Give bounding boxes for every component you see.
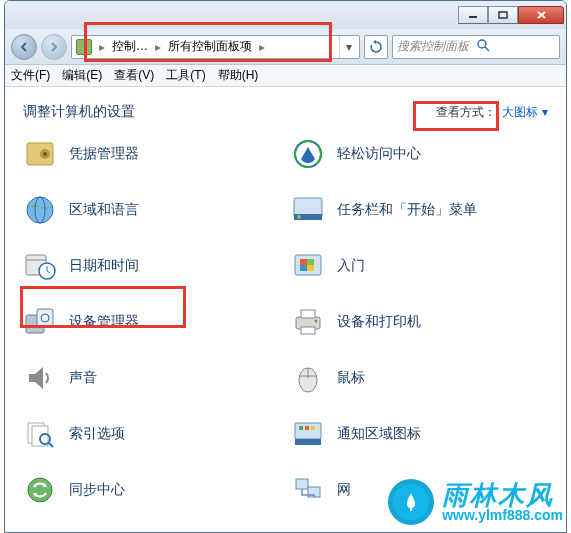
search-input[interactable]: 搜索控制面板 bbox=[392, 35, 560, 59]
accessibility-icon bbox=[291, 137, 325, 171]
item-indexing[interactable]: 索引选项 bbox=[23, 415, 281, 453]
breadcrumb-current[interactable]: 所有控制面板项 bbox=[166, 38, 254, 55]
menu-help[interactable]: 帮助(H) bbox=[218, 67, 259, 84]
view-by: 查看方式： 大图标 ▾ bbox=[436, 104, 548, 121]
svg-line-35 bbox=[49, 443, 53, 447]
svg-rect-38 bbox=[299, 426, 303, 430]
network-icon bbox=[291, 473, 325, 507]
view-by-value: 大图标 bbox=[502, 104, 538, 121]
item-devices-printers[interactable]: 设备和打印机 bbox=[291, 303, 549, 341]
item-notification-icons[interactable]: 通知区域图标 bbox=[291, 415, 549, 453]
menu-tools[interactable]: 工具(T) bbox=[166, 67, 205, 84]
svg-rect-1 bbox=[499, 12, 507, 18]
svg-rect-40 bbox=[311, 426, 315, 430]
item-ease-of-access[interactable]: 轻松访问中心 bbox=[291, 135, 549, 173]
svg-rect-0 bbox=[469, 16, 477, 18]
menu-view[interactable]: 查看(V) bbox=[114, 67, 154, 84]
item-label: 声音 bbox=[69, 369, 97, 387]
item-label: 设备和打印机 bbox=[337, 313, 421, 331]
svg-rect-26 bbox=[301, 310, 315, 318]
page-title: 调整计算机的设置 bbox=[23, 103, 135, 121]
menubar: 文件(F) 编辑(E) 查看(V) 工具(T) 帮助(H) bbox=[5, 65, 566, 87]
svg-rect-39 bbox=[305, 426, 309, 430]
chevron-right-icon: ▸ bbox=[152, 40, 164, 54]
item-label: 入门 bbox=[337, 257, 365, 275]
item-device-manager[interactable]: 设备管理器 bbox=[23, 303, 281, 341]
svg-point-13 bbox=[297, 215, 301, 219]
printer-icon bbox=[291, 305, 325, 339]
item-label: 任务栏和「开始」菜单 bbox=[337, 201, 477, 219]
content-header: 调整计算机的设置 查看方式： 大图标 ▾ bbox=[23, 103, 548, 121]
chevron-right-icon: ▸ bbox=[96, 40, 108, 54]
search-icon bbox=[476, 38, 555, 55]
svg-line-3 bbox=[485, 47, 489, 51]
breadcrumb-dropdown[interactable]: ▾ bbox=[339, 36, 357, 58]
svg-rect-19 bbox=[307, 259, 314, 265]
svg-rect-18 bbox=[300, 259, 307, 265]
svg-rect-23 bbox=[37, 309, 53, 327]
back-button[interactable] bbox=[11, 34, 37, 60]
refresh-icon bbox=[369, 40, 383, 54]
arrow-left-icon bbox=[18, 41, 30, 53]
device-manager-icon bbox=[23, 305, 57, 339]
svg-point-9 bbox=[27, 197, 53, 223]
titlebar bbox=[5, 1, 566, 29]
svg-rect-42 bbox=[296, 479, 308, 489]
close-button[interactable] bbox=[518, 6, 564, 24]
item-region-language[interactable]: 区域和语言 bbox=[23, 191, 281, 229]
minimize-button[interactable] bbox=[458, 6, 488, 24]
item-label: 轻松访问中心 bbox=[337, 145, 421, 163]
item-label: 鼠标 bbox=[337, 369, 365, 387]
globe-icon bbox=[23, 193, 57, 227]
chevron-right-icon: ▸ bbox=[256, 40, 268, 54]
item-label: 索引选项 bbox=[69, 425, 125, 443]
folder-icon bbox=[291, 529, 325, 532]
refresh-button[interactable] bbox=[364, 35, 388, 59]
safe-icon bbox=[23, 137, 57, 171]
svg-rect-21 bbox=[307, 265, 314, 271]
svg-point-6 bbox=[43, 152, 47, 156]
forward-button[interactable] bbox=[41, 34, 67, 60]
item-taskbar-start[interactable]: 任务栏和「开始」菜单 bbox=[291, 191, 549, 229]
item-network-sharing[interactable]: 网 bbox=[291, 471, 549, 509]
item-sync-center[interactable]: 同步中心 bbox=[23, 471, 281, 509]
arrow-right-icon bbox=[48, 41, 60, 53]
menu-edit[interactable]: 编辑(E) bbox=[62, 67, 102, 84]
search-docs-icon bbox=[23, 417, 57, 451]
item-folder-options[interactable]: 文 bbox=[291, 527, 549, 532]
item-label: 设备管理器 bbox=[69, 313, 139, 331]
svg-rect-37 bbox=[295, 439, 321, 445]
clock-icon bbox=[23, 249, 57, 283]
tray-icon bbox=[291, 417, 325, 451]
control-panel-window: ▸ 控制… ▸ 所有控制面板项 ▸ ▾ 搜索控制面板 文件(F) 编辑(E) 查… bbox=[4, 0, 567, 533]
svg-rect-36 bbox=[295, 423, 321, 439]
item-sound[interactable]: 声音 bbox=[23, 359, 281, 397]
control-panel-icon bbox=[76, 39, 92, 55]
item-location-sensors[interactable]: 位置和其他传感器 bbox=[23, 527, 281, 532]
breadcrumb-root[interactable]: 控制… bbox=[110, 38, 150, 55]
svg-rect-20 bbox=[300, 265, 307, 271]
chevron-down-icon: ▾ bbox=[542, 105, 548, 119]
item-mouse[interactable]: 鼠标 bbox=[291, 359, 549, 397]
item-credential-manager[interactable]: 凭据管理器 bbox=[23, 135, 281, 173]
flag-icon bbox=[291, 249, 325, 283]
sync-icon bbox=[23, 473, 57, 507]
nav-row: ▸ 控制… ▸ 所有控制面板项 ▸ ▾ 搜索控制面板 bbox=[5, 29, 566, 65]
svg-point-28 bbox=[314, 320, 317, 323]
item-label: 网 bbox=[337, 481, 351, 499]
svg-point-41 bbox=[28, 478, 52, 502]
menu-file[interactable]: 文件(F) bbox=[11, 67, 50, 84]
item-label: 日期和时间 bbox=[69, 257, 139, 275]
items-grid: 凭据管理器 轻松访问中心 区域和语言 任务栏和「开始」菜单 日期和时间 入门 bbox=[23, 135, 548, 532]
breadcrumb[interactable]: ▸ 控制… ▸ 所有控制面板项 ▸ ▾ bbox=[71, 35, 360, 59]
maximize-button[interactable] bbox=[488, 6, 518, 24]
item-label: 同步中心 bbox=[69, 481, 125, 499]
view-by-label: 查看方式： bbox=[436, 104, 496, 121]
view-by-selector[interactable]: 大图标 ▾ bbox=[502, 104, 548, 121]
speaker-icon bbox=[23, 361, 57, 395]
item-label: 通知区域图标 bbox=[337, 425, 421, 443]
taskbar-icon bbox=[291, 193, 325, 227]
item-getting-started[interactable]: 入门 bbox=[291, 247, 549, 285]
item-date-time[interactable]: 日期和时间 bbox=[23, 247, 281, 285]
location-icon bbox=[23, 529, 57, 532]
